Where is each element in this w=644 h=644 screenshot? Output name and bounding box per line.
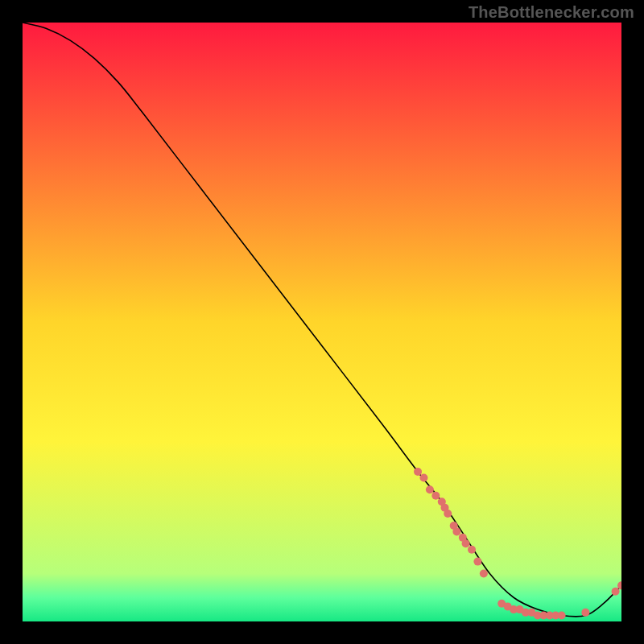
scatter-point — [462, 539, 470, 547]
scatter-point — [444, 510, 452, 518]
scatter-point — [419, 473, 427, 481]
scatter-point — [431, 492, 440, 500]
plot-area — [23, 23, 621, 621]
scatter-point — [581, 609, 589, 617]
scatter-point — [612, 588, 620, 596]
chart-background — [23, 23, 621, 621]
watermark-text: TheBottlenecker.com — [469, 3, 634, 22]
scatter-point — [558, 612, 566, 620]
chart-stage: TheBottlenecker.com — [0, 0, 644, 644]
chart-svg — [23, 23, 621, 621]
scatter-point — [473, 558, 481, 566]
scatter-point — [468, 546, 476, 554]
scatter-point — [480, 569, 488, 577]
scatter-point — [414, 468, 422, 476]
scatter-point — [426, 485, 434, 493]
scatter-point — [452, 527, 460, 535]
